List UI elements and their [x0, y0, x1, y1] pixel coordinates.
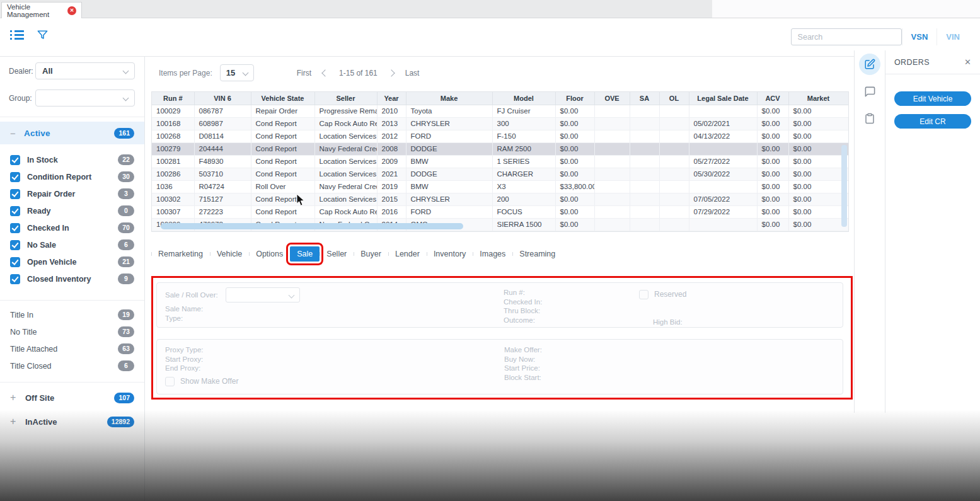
sidebar-filter-item[interactable]: Checked In 70 — [0, 219, 144, 236]
reserved-checkbox[interactable] — [639, 290, 649, 299]
sidebar-title-item[interactable]: Title Closed 6 — [0, 357, 144, 374]
column-header[interactable]: ACV — [757, 92, 788, 105]
horizontal-scrollbar[interactable] — [161, 223, 463, 229]
checkbox[interactable] — [10, 206, 20, 216]
sidebar-filter-item[interactable]: Condition Report 30 — [0, 168, 144, 185]
show-make-offer-checkbox[interactable] — [165, 377, 175, 386]
sidebar-filter-item[interactable]: In Stock 22 — [0, 151, 144, 168]
sidebar-filter-item[interactable]: No Sale 6 — [0, 236, 144, 253]
expand-plus-icon[interactable]: + — [10, 392, 25, 403]
detail-tab[interactable]: Seller — [320, 246, 354, 262]
column-header[interactable]: Market — [788, 92, 848, 105]
collapse-minus-icon[interactable]: − — [10, 128, 24, 139]
detail-tab[interactable]: Remarketing — [151, 246, 210, 262]
sidebar-title-item[interactable]: Title Attached 63 — [0, 340, 144, 357]
detail-tab[interactable]: Streaming — [512, 246, 562, 262]
type-label: Type: — [165, 314, 300, 323]
count-badge: 9 — [118, 274, 134, 284]
table-row[interactable]: 100168608987Cond ReportCap Rock Auto Re.… — [152, 117, 848, 130]
column-header[interactable]: OVE — [594, 92, 630, 105]
sidebar-filter-item[interactable]: Closed Inventory 9 — [0, 270, 144, 287]
detail-tab[interactable]: Lender — [388, 246, 427, 262]
vin-button[interactable]: VIN — [937, 28, 969, 45]
table-cell: $0.00 — [757, 155, 788, 168]
column-header[interactable]: Seller — [314, 92, 377, 105]
search-input[interactable] — [791, 28, 902, 45]
column-header[interactable]: SA — [630, 92, 659, 105]
table-row[interactable]: 100307272223Cond ReportCap Rock Auto Re.… — [152, 205, 848, 218]
table-cell — [594, 142, 630, 155]
table-cell: 100286 — [152, 168, 194, 180]
detail-tab[interactable]: Vehicle — [210, 246, 249, 262]
tab-close-icon[interactable]: ✕ — [67, 6, 76, 15]
table-row[interactable]: 100281F48930Cond ReportLocation Services… — [152, 155, 848, 168]
table-cell: Location Services R... — [314, 168, 377, 180]
group-select[interactable] — [35, 89, 135, 107]
column-header[interactable]: Legal Sale Date — [689, 92, 757, 105]
expand-plus-icon[interactable]: + — [10, 416, 25, 427]
filter-icon[interactable] — [37, 29, 49, 43]
table-row[interactable]: 100279204444Cond ReportNavy Federal Cred… — [152, 142, 848, 155]
column-header[interactable]: VIN 6 — [194, 92, 251, 105]
sidebar-section-inactive[interactable]: + InActive 12892 — [0, 411, 144, 432]
vertical-scrollbar[interactable] — [841, 145, 847, 227]
edit-vehicle-button[interactable]: Edit Vehicle — [894, 91, 971, 106]
column-header[interactable]: Run # — [152, 92, 194, 105]
clipboard-icon[interactable] — [859, 108, 880, 129]
column-header[interactable]: Model — [492, 92, 555, 105]
column-header[interactable]: Vehicle State — [251, 92, 314, 105]
table-row[interactable]: 100286503710Cond ReportLocation Services… — [152, 168, 848, 180]
sidebar-filter-item[interactable]: Repair Order 3 — [0, 185, 144, 202]
table-cell: Cond Report — [251, 193, 314, 205]
checkbox[interactable] — [10, 172, 20, 182]
sidebar-filter-item[interactable]: Open Vehicle 21 — [0, 253, 144, 270]
comment-icon[interactable] — [859, 81, 880, 102]
table-cell — [689, 218, 757, 231]
table-cell: $0.00 — [555, 142, 594, 155]
sidebar-section-active[interactable]: − Active 161 — [0, 122, 144, 144]
detail-tab[interactable]: Buyer — [354, 246, 388, 262]
table-cell: Location Services R... — [314, 155, 377, 168]
list-view-icon[interactable] — [10, 30, 24, 43]
sidebar-section-offsite[interactable]: + Off Site 107 — [0, 387, 144, 408]
table-cell: Cond Report — [251, 205, 314, 218]
checkbox[interactable] — [10, 274, 20, 284]
column-header[interactable]: OL — [659, 92, 689, 105]
sidebar-filter-item[interactable]: Ready 0 — [0, 202, 144, 219]
close-icon[interactable]: ✕ — [964, 57, 971, 67]
table-cell: $0.00 — [555, 105, 594, 117]
column-header[interactable]: Make — [406, 92, 492, 105]
dealer-select[interactable]: All — [35, 62, 135, 79]
vehicle-table-body: 100029086787Repair OrderProgressive Rema… — [152, 105, 848, 231]
items-per-page-select[interactable]: 15 — [220, 64, 254, 81]
table-row[interactable]: 100029086787Repair OrderProgressive Rema… — [152, 105, 848, 117]
table-cell: $0.00 — [757, 105, 788, 117]
edit-cr-button[interactable]: Edit CR — [894, 114, 971, 129]
detail-tab[interactable]: Sale — [290, 246, 320, 262]
checkbox[interactable] — [10, 189, 20, 199]
sidebar-title-item[interactable]: No Title 73 — [0, 323, 144, 340]
table-row[interactable]: 100268D08114Cond ReportLocation Services… — [152, 130, 848, 142]
sale-roll-over-select[interactable] — [226, 287, 300, 302]
app-tab[interactable]: Vehicle Management ✕ — [1, 2, 82, 18]
sidebar-title-item[interactable]: Title In 19 — [0, 306, 144, 323]
edit-icon[interactable] — [859, 54, 880, 75]
vsn-button[interactable]: VSN — [902, 28, 937, 45]
last-page-button[interactable]: Last — [405, 69, 420, 78]
prev-page-icon[interactable] — [321, 69, 328, 76]
checkbox[interactable] — [10, 240, 20, 250]
buy-now-label: Buy Now: — [504, 355, 542, 364]
checkbox[interactable] — [10, 155, 20, 165]
detail-tab[interactable]: Inventory — [427, 246, 473, 262]
detail-tab[interactable]: Options — [249, 246, 290, 262]
next-page-icon[interactable] — [388, 69, 395, 76]
table-row[interactable]: 100302715127Cond ReportLocation Services… — [152, 193, 848, 205]
detail-tab[interactable]: Images — [473, 246, 512, 262]
first-page-button[interactable]: First — [297, 69, 311, 78]
column-header[interactable]: Year — [377, 92, 406, 105]
column-header[interactable]: Floor — [555, 92, 594, 105]
checkbox[interactable] — [10, 257, 20, 267]
table-cell — [594, 105, 630, 117]
checkbox[interactable] — [10, 223, 20, 233]
table-row[interactable]: 1036R04724Roll OverNavy Federal Credi...… — [152, 180, 848, 193]
